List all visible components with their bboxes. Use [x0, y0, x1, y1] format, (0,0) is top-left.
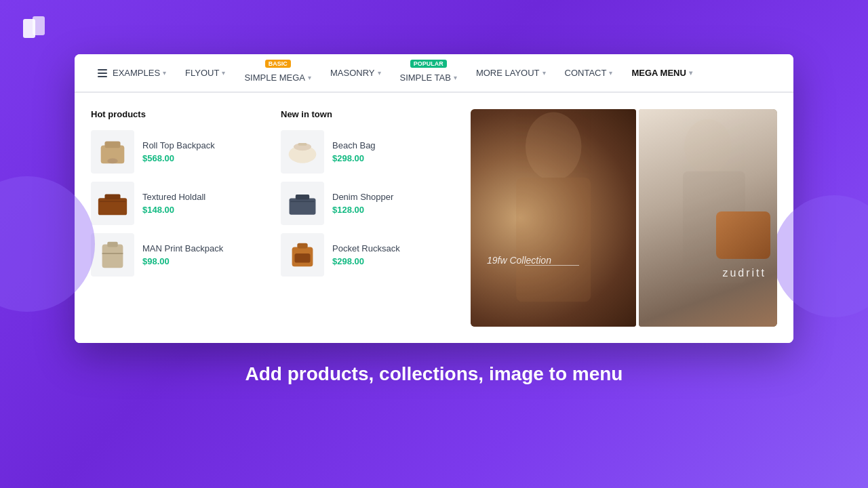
hot-products-title: Hot products [91, 109, 267, 119]
chevron-flyout: ▾ [222, 69, 225, 77]
new-in-town-title: New in town [281, 109, 457, 119]
svg-point-20 [526, 113, 582, 181]
svg-point-4 [107, 159, 117, 164]
svg-rect-21 [516, 178, 591, 302]
nav-label-flyout: FLYOUT [185, 68, 219, 78]
chevron-examples: ▾ [163, 69, 166, 77]
nav-item-simple-mega[interactable]: BASIC SIMPLE MEGA ▾ [235, 54, 321, 92]
product-info-beach: Beach Bag $298.00 [332, 140, 457, 163]
badge-basic: BASIC [265, 60, 291, 68]
nav-item-examples[interactable]: EXAMPLES ▾ [88, 54, 176, 92]
hot-products-col: Hot products Roll Top Backpack $568.00 [91, 109, 267, 327]
product-denim-shopper[interactable]: Denim Shopper $128.00 [281, 182, 457, 225]
svg-rect-1 [33, 16, 45, 35]
svg-rect-6 [104, 195, 120, 200]
nav-item-contact[interactable]: CONTACT ▾ [555, 54, 623, 92]
product-info-roll-top: Roll Top Backpack $568.00 [142, 140, 267, 163]
logo [20, 14, 47, 41]
svg-rect-18 [297, 243, 307, 249]
product-price-pocket: $298.00 [332, 256, 457, 266]
product-roll-top[interactable]: Roll Top Backpack $568.00 [91, 130, 267, 174]
nav-item-masonry[interactable]: MASONRY ▾ [321, 54, 391, 92]
product-img-beach [281, 130, 324, 174]
hamburger-icon [98, 69, 107, 77]
svg-rect-19 [294, 253, 310, 262]
svg-rect-9 [107, 242, 117, 247]
product-price-roll-top: $568.00 [142, 153, 267, 163]
nav-item-more-layout[interactable]: MORE LAYOUT ▾ [467, 54, 555, 92]
nav-label-mega-menu: MEGA MENU [631, 68, 686, 78]
nav-item-simple-tab[interactable]: POPULAR SIMPLE TAB ▾ [391, 54, 467, 92]
product-price-beach: $298.00 [332, 153, 457, 163]
svg-rect-7 [100, 201, 125, 202]
product-price-holdall: $148.00 [142, 205, 267, 215]
chevron-more-layout: ▾ [542, 69, 546, 77]
collection-line [525, 265, 579, 266]
right-img-content: zudritt [639, 109, 777, 327]
product-price-man-print: $98.00 [142, 256, 267, 266]
svg-rect-3 [104, 142, 120, 148]
product-man-print[interactable]: MAN Print Backpack $98.00 [91, 233, 267, 277]
product-info-pocket: Pocket Rucksack $298.00 [332, 243, 457, 266]
brand-text: zudritt [722, 267, 766, 279]
product-beach-bag[interactable]: Beach Bag $298.00 [281, 130, 457, 174]
nav-label-masonry: MASONRY [330, 68, 375, 78]
product-img-pocket [281, 233, 324, 277]
product-name-roll-top: Roll Top Backpack [142, 140, 267, 150]
svg-rect-8 [102, 245, 123, 268]
chevron-masonry: ▾ [378, 69, 381, 77]
product-holdall[interactable]: Textured Holdall $148.00 [91, 182, 267, 225]
product-img-man-print [91, 233, 134, 277]
nav-label-simple-mega: SIMPLE MEGA [244, 73, 305, 83]
product-name-denim: Denim Shopper [332, 192, 457, 202]
product-img-holdall [91, 182, 134, 225]
collection-text: 19fw Collection [487, 255, 551, 266]
product-name-beach: Beach Bag [332, 140, 457, 150]
nav-label-examples: EXAMPLES [113, 68, 160, 78]
main-card: EXAMPLES ▾ FLYOUT ▾ BASIC SIMPLE MEGA ▾ … [75, 54, 793, 343]
nav-label-contact: CONTACT [565, 68, 607, 78]
product-info-denim: Denim Shopper $128.00 [332, 192, 457, 215]
right-bag-thumbnail [716, 211, 770, 259]
nav-item-flyout[interactable]: FLYOUT ▾ [176, 54, 235, 92]
product-pocket-rucksack[interactable]: Pocket Rucksack $298.00 [281, 233, 457, 277]
navbar: EXAMPLES ▾ FLYOUT ▾ BASIC SIMPLE MEGA ▾ … [75, 54, 793, 92]
tagline: Add products, collections, image to menu [245, 363, 623, 385]
nav-label-more-layout: MORE LAYOUT [476, 68, 540, 78]
left-img-content: 19fw Collection [471, 109, 636, 327]
chevron-mega-menu: ▾ [689, 69, 692, 77]
svg-rect-13 [298, 143, 307, 146]
product-img-roll-top [91, 130, 134, 174]
product-name-man-print: MAN Print Backpack [142, 243, 267, 253]
badge-popular: POPULAR [410, 60, 447, 68]
image-left: 19fw Collection [471, 109, 636, 327]
new-in-town-col: New in town Beach Bag $298.00 [281, 109, 457, 327]
product-name-pocket: Pocket Rucksack [332, 243, 457, 253]
svg-rect-14 [290, 199, 316, 215]
chevron-simple-mega: ▾ [308, 74, 311, 81]
svg-rect-5 [98, 198, 127, 215]
chevron-simple-tab: ▾ [454, 74, 457, 81]
nav-item-mega-menu[interactable]: MEGA MENU ▾ [622, 54, 701, 92]
svg-rect-15 [296, 195, 309, 199]
product-img-denim [281, 182, 324, 225]
product-name-holdall: Textured Holdall [142, 192, 267, 202]
mega-dropdown: Hot products Roll Top Backpack $568.00 [75, 92, 793, 343]
product-price-denim: $128.00 [332, 205, 457, 215]
images-col: 19fw Collection zudritt [471, 109, 777, 327]
image-right: zudritt [639, 109, 777, 327]
svg-rect-16 [290, 201, 314, 202]
product-info-man-print: MAN Print Backpack $98.00 [142, 243, 267, 266]
product-info-holdall: Textured Holdall $148.00 [142, 192, 267, 215]
svg-point-22 [684, 119, 732, 174]
nav-label-simple-tab: SIMPLE TAB [400, 73, 451, 83]
chevron-contact: ▾ [609, 69, 612, 77]
